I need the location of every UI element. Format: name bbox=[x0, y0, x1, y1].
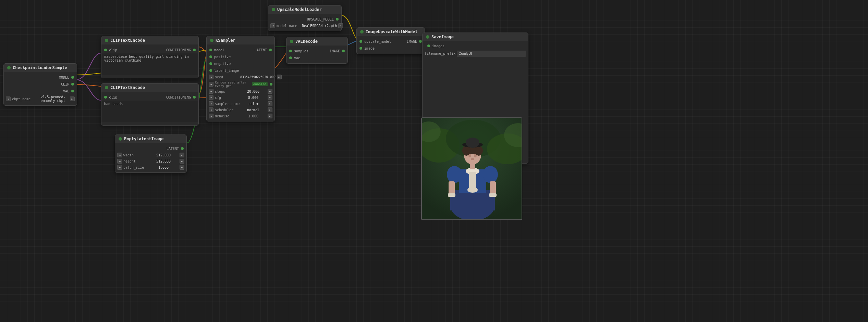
upscale-loader-model-prev[interactable]: ◄ bbox=[270, 23, 275, 28]
ksampler-model-label: model bbox=[214, 48, 224, 52]
ksampler-steps-next[interactable]: ► bbox=[268, 89, 272, 94]
checkpoint-clip-row: CLIP bbox=[4, 81, 77, 88]
ksampler-sampler-next[interactable]: ► bbox=[268, 101, 272, 106]
ksampler-latent-label: LATENT bbox=[255, 48, 267, 52]
checkpoint-ckpt-prev[interactable]: ◄ bbox=[6, 96, 11, 101]
clip-encode-neg-node: CLIPTextEncode clip CONDITIONING bad han… bbox=[101, 83, 199, 126]
vae-decode-header: VAEDecode bbox=[286, 37, 347, 46]
ksampler-scheduler-prev[interactable]: ◄ bbox=[209, 107, 213, 112]
save-image-filename-row: filename_prefix bbox=[425, 51, 526, 56]
svg-rect-14 bbox=[469, 172, 476, 189]
ksampler-denoise-row: ◄ denoise 1.000 ► bbox=[207, 113, 274, 119]
clip-pos-text[interactable]: masterpiece best quality girl standing i… bbox=[101, 53, 198, 75]
upscale-loader-model-next[interactable]: ► bbox=[338, 23, 343, 28]
image-upscale-image-port bbox=[359, 47, 362, 50]
clip-neg-dot bbox=[105, 86, 108, 89]
clip-pos-conditioning-port bbox=[193, 49, 196, 51]
save-image-body: images filename_prefix bbox=[423, 41, 528, 163]
ksampler-scheduler-next[interactable]: ► bbox=[268, 107, 272, 112]
ksampler-denoise-prev[interactable]: ◄ bbox=[209, 114, 213, 118]
image-upscale-model-row: upscale_model IMAGE bbox=[357, 38, 425, 45]
clip-neg-text[interactable]: bad hands bbox=[101, 101, 198, 122]
save-image-dot bbox=[426, 35, 429, 39]
ksampler-cfg-prev[interactable]: ◄ bbox=[209, 95, 213, 100]
clip-neg-conditioning-port bbox=[193, 96, 196, 99]
ksampler-random-label: Random seed after every gen bbox=[215, 81, 250, 88]
ksampler-steps-prev[interactable]: ◄ bbox=[209, 89, 213, 94]
ksampler-positive-label: positive bbox=[214, 55, 231, 59]
checkpoint-ckpt-row: ◄ ckpt_name v1-5-pruned-emaonly.ckpt ► bbox=[4, 94, 77, 103]
empty-latent-batch-prev[interactable]: ◄ bbox=[117, 165, 122, 170]
empty-latent-height-next[interactable]: ► bbox=[180, 159, 184, 164]
checkpoint-dot bbox=[7, 66, 11, 69]
ksampler-denoise-next[interactable]: ► bbox=[268, 114, 272, 118]
checkpoint-loader-node: CheckpointLoaderSimple MODEL CLIP VAE ◄ … bbox=[3, 63, 77, 106]
image-upscale-node: ImageUpscaleWithModel upscale_model IMAG… bbox=[356, 27, 425, 54]
save-image-header: SaveImage bbox=[423, 33, 528, 41]
ksampler-negative-port bbox=[209, 62, 212, 65]
upscale-loader-output-row: UPSCALE_MODEL bbox=[268, 16, 341, 23]
empty-latent-header: EmptyLatentImage bbox=[115, 135, 186, 143]
image-upscale-title: ImageUpscaleWithModel bbox=[366, 29, 418, 34]
empty-latent-height-row: ◄ height 512.000 ► bbox=[115, 158, 186, 164]
empty-latent-batch-label: batch_size bbox=[123, 166, 147, 169]
node-canvas: CheckpointLoaderSimple MODEL CLIP VAE ◄ … bbox=[0, 0, 868, 322]
upscale-loader-model-value: RealESRGAN_x2.pth bbox=[302, 24, 337, 28]
svg-rect-25 bbox=[448, 193, 455, 197]
image-preview-container bbox=[421, 117, 522, 220]
checkpoint-title: CheckpointLoaderSimple bbox=[13, 65, 67, 70]
empty-latent-batch-next[interactable]: ► bbox=[180, 165, 184, 170]
ksampler-seed-prev[interactable]: ◄ bbox=[209, 75, 213, 79]
save-image-prefix-label: filename_prefix bbox=[425, 52, 455, 55]
clip-neg-clip-port bbox=[104, 96, 107, 99]
vae-decode-vae-port bbox=[289, 56, 292, 59]
wire-clip-pos bbox=[76, 53, 101, 80]
upscale-loader-node: UpscaleModelLoader UPSCALE_MODEL ◄ model… bbox=[268, 5, 342, 31]
image-upscale-model-label: upscale_model bbox=[364, 40, 391, 43]
empty-latent-output-port bbox=[181, 147, 184, 150]
wire-cond-pos bbox=[199, 47, 206, 52]
image-upscale-image-row: image bbox=[357, 45, 425, 52]
ksampler-random-toggle: enabled bbox=[252, 82, 268, 86]
ksampler-steps-value: 20.000 bbox=[240, 90, 266, 93]
image-upscale-model-port bbox=[359, 40, 362, 43]
ksampler-random-prev[interactable]: ◄ bbox=[209, 82, 213, 87]
ksampler-seed-next[interactable]: ► bbox=[277, 75, 282, 79]
ksampler-cfg-next[interactable]: ► bbox=[268, 95, 272, 100]
svg-rect-26 bbox=[489, 193, 497, 197]
ksampler-sampler-prev[interactable]: ◄ bbox=[209, 101, 213, 106]
empty-latent-width-next[interactable]: ► bbox=[180, 153, 184, 157]
empty-latent-width-label: width bbox=[123, 153, 147, 157]
checkpoint-ckpt-next[interactable]: ► bbox=[70, 96, 75, 101]
ksampler-cfg-label: cfg bbox=[215, 96, 239, 100]
ksampler-body: model LATENT positive negative latent_im… bbox=[207, 44, 274, 121]
empty-latent-output-label: LATENT bbox=[167, 147, 179, 151]
checkpoint-vae-port bbox=[71, 90, 74, 92]
empty-latent-node: EmptyLatentImage LATENT ◄ width 512.000 … bbox=[115, 134, 187, 173]
ksampler-negative-row: negative bbox=[207, 60, 274, 67]
checkpoint-clip-port bbox=[71, 83, 74, 86]
clip-neg-clip-row: clip CONDITIONING bbox=[101, 94, 198, 101]
empty-latent-height-value: 512.000 bbox=[149, 159, 178, 163]
svg-point-23 bbox=[474, 154, 477, 157]
checkpoint-ckpt-name-label: ckpt_name bbox=[12, 97, 36, 101]
ksampler-steps-row: ◄ steps 20.000 ► bbox=[207, 88, 274, 94]
save-image-prefix-input[interactable] bbox=[457, 51, 526, 56]
clip-pos-clip-port bbox=[104, 49, 107, 51]
ksampler-latentimage-port bbox=[209, 69, 212, 72]
empty-latent-height-prev[interactable]: ◄ bbox=[117, 159, 122, 164]
upscale-loader-header: UpscaleModelLoader bbox=[268, 5, 341, 14]
empty-latent-width-prev[interactable]: ◄ bbox=[117, 153, 122, 157]
vae-decode-samples-label: samples bbox=[294, 49, 308, 53]
wire-clip-neg bbox=[76, 80, 101, 100]
ksampler-scheduler-label: scheduler bbox=[215, 108, 239, 112]
empty-latent-width-value: 512.000 bbox=[149, 153, 178, 157]
ksampler-seed-label: seed bbox=[215, 75, 239, 79]
svg-point-21 bbox=[466, 138, 479, 148]
ksampler-denoise-value: 1.000 bbox=[240, 114, 266, 118]
vae-decode-samples-row: samples IMAGE bbox=[286, 48, 347, 54]
save-image-images-label: images bbox=[432, 44, 444, 48]
clip-pos-body: clip CONDITIONING masterpiece best quali… bbox=[101, 44, 198, 78]
clip-pos-dot bbox=[105, 39, 108, 42]
clip-pos-clip-label: clip bbox=[109, 48, 117, 52]
